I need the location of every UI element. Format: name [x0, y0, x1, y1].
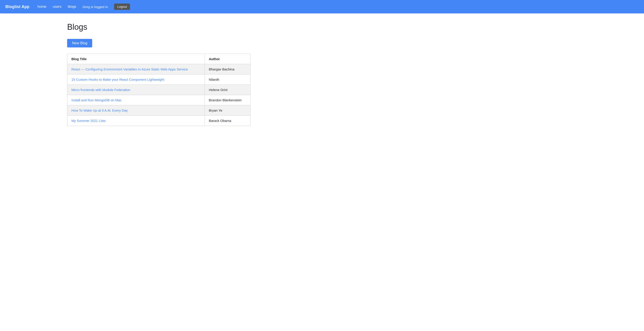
table-row: 15 Custom Hooks to Make your React Compo… [67, 74, 250, 85]
col-header-author: Author [205, 54, 250, 64]
blog-author-cell: Bhargav Bachina [205, 64, 250, 74]
blog-title-link[interactable]: React — Configuring Environment Variable… [72, 67, 188, 71]
logout-button[interactable]: Logout [114, 3, 130, 10]
blog-title-link[interactable]: Install and Run MongoDB on Mac [72, 98, 122, 102]
table-row: How To Wake Up at 5 A.M. Every DayBryan … [67, 105, 250, 116]
table-row: React — Configuring Environment Variable… [67, 64, 250, 74]
blog-title-link[interactable]: 15 Custom Hooks to Make your React Compo… [72, 78, 164, 81]
nav-link-users[interactable]: users [53, 5, 62, 9]
main-content: Blogs New Blog Blog Title Author React —… [0, 13, 644, 135]
blog-author-cell: Helene Grini [205, 85, 250, 95]
blog-author-cell: Nilanth [205, 74, 250, 85]
new-blog-button[interactable]: New Blog [67, 39, 92, 47]
table-row: Install and Run MongoDB on MacBrandon Bl… [67, 95, 250, 105]
blog-title-cell: 15 Custom Hooks to Make your React Compo… [67, 74, 205, 85]
blog-title-cell: Install and Run MongoDB on Mac [67, 95, 205, 105]
blog-title-cell: React — Configuring Environment Variable… [67, 64, 205, 74]
col-header-title: Blog Title [67, 54, 205, 64]
blog-author-cell: Barack Obama [205, 116, 250, 126]
blog-title-link[interactable]: My Summer 2021 Lists [72, 119, 106, 123]
table-row: My Summer 2021 ListsBarack Obama [67, 116, 250, 126]
blog-title-cell: How To Wake Up at 5 A.M. Every Day [67, 105, 205, 116]
blog-author-cell: Brandon Blankenstein [205, 95, 250, 105]
blog-title-link[interactable]: Micro frontends with Module Federation [72, 88, 130, 92]
nav-brand: Bloglist App [5, 4, 29, 9]
blog-table: Blog Title Author React — Configuring En… [67, 54, 250, 126]
blog-author-cell: Bryan Ye [205, 105, 250, 116]
page-title: Blogs [67, 22, 644, 32]
blog-title-cell: Micro frontends with Module Federation [67, 85, 205, 95]
blog-title-cell: My Summer 2021 Lists [67, 116, 205, 126]
nav-link-blogs[interactable]: blogs [68, 5, 76, 9]
nav-link-home[interactable]: home [37, 5, 46, 9]
nav-logged-in-text: Greg is logged in [82, 5, 108, 9]
navbar: Bloglist App home users blogs Greg is lo… [0, 0, 644, 13]
table-row: Micro frontends with Module FederationHe… [67, 85, 250, 95]
blog-title-link[interactable]: How To Wake Up at 5 A.M. Every Day [72, 108, 128, 112]
